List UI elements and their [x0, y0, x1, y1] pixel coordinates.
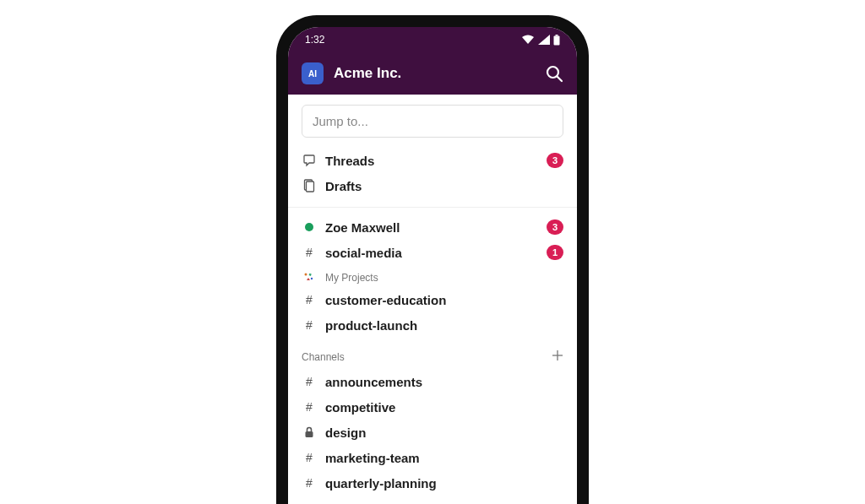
phone-frame: 1:32 AI Acme Inc. Jump to...: [276, 15, 589, 504]
threads-icon: [302, 154, 317, 167]
channel-social-label: social-media: [325, 246, 547, 260]
lock-icon: [302, 426, 317, 438]
svg-rect-1: [554, 35, 560, 45]
channel-marketing-row[interactable]: # marketing-team: [288, 445, 577, 470]
hash-icon: #: [302, 451, 317, 464]
section-my-projects[interactable]: My Projects: [288, 265, 577, 287]
threads-label: Threads: [325, 154, 547, 168]
svg-rect-7: [309, 274, 312, 276]
jump-to-input[interactable]: Jump to...: [302, 105, 563, 138]
channel-competitive-label: competitive: [325, 400, 563, 415]
section-channels[interactable]: Channels: [288, 338, 577, 369]
drafts-icon: [302, 179, 317, 192]
workspace-icon[interactable]: AI: [302, 62, 324, 84]
channel-competitive-row[interactable]: # competitive: [288, 394, 577, 420]
channel-announcements-row[interactable]: # announcements: [288, 369, 577, 394]
channel-announcements-label: announcements: [325, 375, 563, 389]
svg-point-8: [311, 278, 313, 279]
my-projects-title: My Projects: [325, 272, 563, 284]
dm-zoe-label: Zoe Maxwell: [325, 220, 547, 235]
header-bar: AI Acme Inc.: [288, 52, 577, 95]
drafts-label: Drafts: [325, 179, 563, 193]
svg-rect-11: [306, 431, 313, 437]
status-time: 1:32: [305, 34, 324, 46]
svg-rect-0: [556, 35, 558, 36]
content-area: Jump to... Threads 3 Drafts: [288, 95, 577, 504]
hash-icon: #: [302, 293, 317, 306]
channel-customer-ed-row[interactable]: # customer-education: [288, 287, 577, 312]
hash-icon: #: [302, 375, 317, 388]
channels-title: Channels: [302, 351, 552, 363]
status-bar: 1:32: [288, 27, 577, 52]
search-icon: [545, 64, 563, 83]
hash-icon: #: [302, 476, 317, 490]
hash-icon: #: [302, 318, 317, 332]
channel-design-label: design: [325, 425, 563, 440]
signal-icon: [538, 35, 550, 45]
search-button[interactable]: [545, 64, 563, 83]
phone-screen: 1:32 AI Acme Inc. Jump to...: [288, 27, 577, 504]
plus-icon: [552, 350, 563, 361]
threads-row[interactable]: Threads 3: [288, 148, 577, 173]
hash-icon: #: [302, 246, 317, 259]
workspace-initials: AI: [308, 69, 317, 79]
add-channel-button[interactable]: [552, 348, 563, 366]
channel-customer-ed-label: customer-education: [325, 293, 563, 307]
svg-line-3: [558, 77, 563, 82]
channel-product-launch-label: product-launch: [325, 318, 563, 333]
workspace-name[interactable]: Acme Inc.: [334, 65, 535, 82]
channel-quarterly-row[interactable]: # quarterly-planning: [288, 470, 577, 496]
svg-rect-5: [307, 182, 314, 192]
channel-marketing-label: marketing-team: [325, 451, 563, 465]
battery-icon: [553, 35, 560, 46]
dm-zoe-badge: 3: [547, 219, 563, 235]
svg-point-6: [305, 274, 307, 276]
channel-quarterly-label: quarterly-planning: [325, 476, 563, 490]
dm-zoe-row[interactable]: Zoe Maxwell 3: [288, 214, 577, 240]
channel-design-row[interactable]: design: [288, 420, 577, 445]
confetti-icon: [302, 272, 317, 284]
channel-social-badge: 1: [547, 245, 563, 260]
threads-badge: 3: [547, 153, 563, 168]
wifi-icon: [521, 35, 535, 45]
search-wrap: Jump to...: [288, 95, 577, 148]
channel-product-launch-row[interactable]: # product-launch: [288, 312, 577, 338]
channel-social-row[interactable]: # social-media 1: [288, 240, 577, 265]
presence-icon: [302, 223, 317, 231]
hash-icon: #: [302, 400, 317, 414]
status-icons: [521, 35, 560, 46]
divider: [288, 207, 577, 208]
drafts-row[interactable]: Drafts: [288, 173, 577, 198]
